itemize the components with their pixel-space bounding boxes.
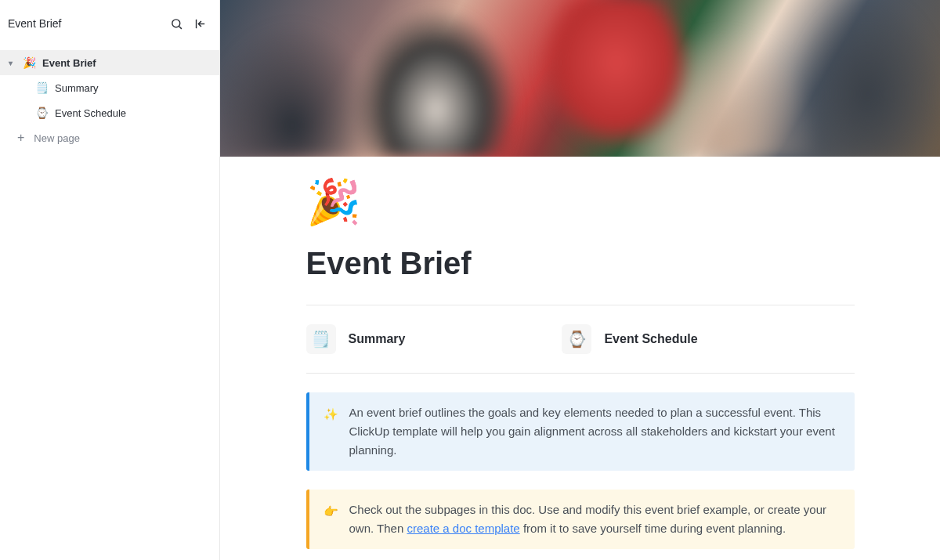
sidebar-item-event-schedule[interactable]: ⌚ Event Schedule	[0, 100, 219, 125]
search-icon[interactable]	[169, 16, 183, 31]
sidebar-item-summary[interactable]: 🗒️ Summary	[0, 75, 219, 100]
collapse-sidebar-icon[interactable]	[193, 16, 207, 31]
sidebar-item-label: Event Brief	[42, 57, 96, 69]
notepad-icon: 🗒️	[306, 324, 336, 354]
subpage-card-summary[interactable]: 🗒️ Summary	[306, 324, 406, 354]
document-content: 🎉 Event Brief 🗒️ Summary ⌚ Event Schedul…	[306, 157, 855, 560]
watch-icon: ⌚	[562, 324, 591, 354]
notepad-icon: 🗒️	[34, 81, 49, 94]
svg-line-1	[179, 26, 181, 28]
subpage-label: Event Schedule	[604, 332, 697, 346]
party-icon: 🎉	[22, 56, 36, 69]
sidebar-header: Event Brief	[0, 0, 219, 47]
callout-text: An event brief outlines the goals and ke…	[349, 403, 841, 460]
sidebar-item-event-brief[interactable]: ▾ 🎉 Event Brief	[0, 50, 219, 75]
sidebar-actions	[169, 16, 207, 31]
divider	[306, 373, 855, 374]
watch-icon: ⌚	[34, 107, 49, 119]
callout-text: Check out the subpages in this doc. Use …	[349, 500, 841, 538]
callout-text-after: from it to save yourself time during eve…	[520, 522, 786, 535]
chevron-down-icon[interactable]: ▾	[5, 59, 16, 67]
sidebar-item-label: Summary	[55, 82, 99, 94]
create-doc-template-link[interactable]: create a doc template	[407, 522, 519, 535]
page-emoji[interactable]: 🎉	[306, 180, 855, 224]
sidebar-item-label: Event Schedule	[55, 107, 126, 119]
pointing-icon: 👉	[324, 502, 338, 538]
new-page-label: New page	[34, 132, 80, 144]
subpages-row: 🗒️ Summary ⌚ Event Schedule	[306, 305, 855, 373]
callout-tip[interactable]: 👉 Check out the subpages in this doc. Us…	[306, 490, 855, 549]
callout-info[interactable]: ✨ An event brief outlines the goals and …	[306, 392, 855, 471]
subpage-card-event-schedule[interactable]: ⌚ Event Schedule	[562, 324, 697, 354]
svg-point-0	[172, 19, 179, 27]
plus-icon: +	[17, 132, 24, 144]
new-page-button[interactable]: + New page	[0, 125, 219, 150]
cover-image[interactable]	[220, 0, 940, 157]
sidebar-tree: ▾ 🎉 Event Brief 🗒️ Summary ⌚ Event Sched…	[0, 47, 219, 150]
main-content: 🎉 Event Brief 🗒️ Summary ⌚ Event Schedul…	[220, 0, 940, 560]
page-title[interactable]: Event Brief	[306, 246, 855, 281]
sidebar: Event Brief ▾ 🎉 Event Brief 🗒️ Summary ⌚…	[0, 0, 220, 560]
sidebar-title: Event Brief	[8, 17, 61, 30]
sparkle-icon: ✨	[324, 405, 338, 460]
subpage-label: Summary	[349, 332, 406, 346]
